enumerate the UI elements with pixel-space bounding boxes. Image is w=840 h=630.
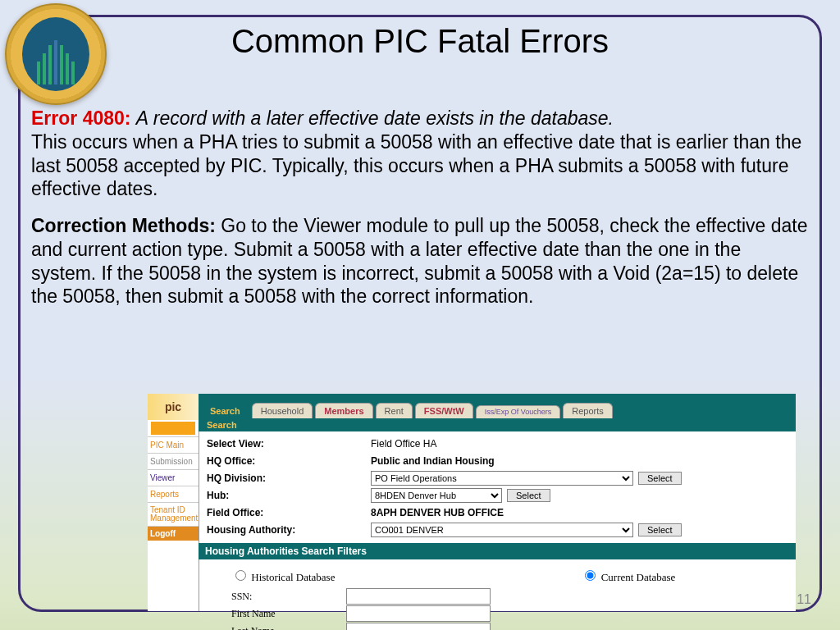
pic-subtab-bar: Search: [199, 418, 796, 431]
input-first-name[interactable]: [346, 605, 491, 622]
select-housing-authority[interactable]: CO001 DENVER: [371, 523, 633, 537]
value-field-office: 8APH DENVER HUB OFFICE: [371, 507, 504, 518]
label-last-name: Last Name: [231, 625, 346, 631]
tab-fss-wtw[interactable]: FSS/WtW: [415, 403, 473, 418]
radio-current-db[interactable]: Current Database: [581, 568, 675, 584]
pic-logo-bar: [151, 422, 195, 435]
label-select-view: Select View:: [207, 438, 371, 450]
sidebar-item-logoff[interactable]: Logoff: [148, 526, 199, 541]
label-first-name: First Name: [231, 608, 346, 620]
error-explanation: This occurs when a PHA tries to submit a…: [31, 131, 801, 200]
slide-title: Common PIC Fatal Errors: [0, 23, 840, 60]
tab-vouchers[interactable]: Iss/Exp Of Vouchers: [476, 405, 561, 418]
label-hq-division: HQ Division:: [207, 472, 371, 484]
select-button-ha[interactable]: Select: [638, 523, 682, 536]
select-hq-division[interactable]: PO Field Operations: [371, 471, 633, 486]
value-select-view: Field Office HA: [371, 438, 436, 450]
input-ssn[interactable]: [346, 588, 491, 605]
section-housing-auth-filters: Housing Authorities Search Filters: [199, 543, 796, 559]
sidebar-item-viewer[interactable]: Viewer: [148, 469, 199, 486]
error-description: A record with a later effective date exi…: [136, 107, 614, 129]
sidebar-item-reports[interactable]: Reports: [148, 486, 199, 502]
radio-historical-db[interactable]: Historical Database: [231, 568, 335, 584]
pic-logo: pic: [148, 394, 199, 420]
slide-body: Error 4080: A record with a later effect…: [31, 107, 809, 308]
select-button-hq-div[interactable]: Select: [638, 472, 682, 485]
pic-sidebar: pic PIC Main Submission Viewer Reports T…: [148, 394, 199, 611]
error-code-label: Error 4080:: [31, 107, 130, 129]
value-hq-office: Public and Indian Housing: [371, 455, 495, 467]
label-hq-office: HQ Office:: [207, 455, 371, 467]
select-button-hub[interactable]: Select: [507, 489, 550, 502]
tab-members[interactable]: Members: [315, 403, 372, 418]
page-number: 11: [797, 592, 811, 607]
sidebar-item-pic-main[interactable]: PIC Main: [148, 436, 199, 453]
tab-household[interactable]: Household: [252, 403, 313, 418]
sidebar-item-tenant-id[interactable]: Tenant ID Management: [148, 502, 199, 526]
input-last-name[interactable]: [346, 623, 491, 630]
label-hub: Hub:: [207, 490, 371, 501]
tab-reports[interactable]: Reports: [563, 403, 613, 418]
pic-application-screenshot: pic PIC Main Submission Viewer Reports T…: [148, 394, 796, 611]
pic-tab-row: Search Household Members Rent FSS/WtW Is…: [199, 394, 796, 418]
label-field-office: Field Office:: [207, 507, 371, 518]
tab-search[interactable]: Search: [201, 403, 249, 418]
correction-label: Correction Methods:: [31, 215, 216, 236]
select-hub[interactable]: 8HDEN Denver Hub: [371, 488, 502, 503]
sidebar-item-submission[interactable]: Submission: [148, 453, 199, 469]
label-housing-authority: Housing Authority:: [207, 524, 371, 536]
tab-rent[interactable]: Rent: [376, 403, 413, 418]
label-ssn: SSN:: [231, 591, 346, 603]
